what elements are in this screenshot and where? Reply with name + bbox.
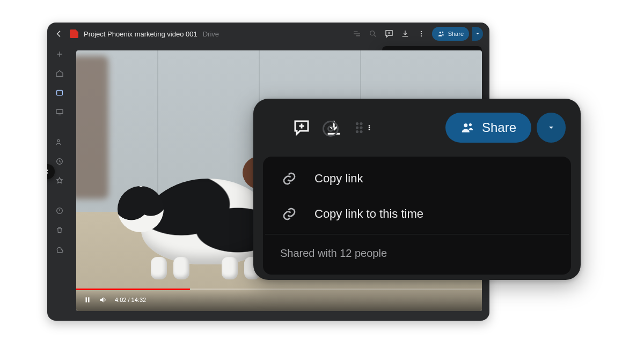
- trash-icon[interactable]: [54, 224, 65, 236]
- share-dropdown-menu: Copy link Copy link to this time Shared …: [263, 157, 571, 275]
- equalizer-icon[interactable]: [352, 28, 362, 39]
- copy-link-time-row[interactable]: Copy link to this time: [265, 196, 569, 232]
- copy-link-row[interactable]: Copy link: [265, 161, 569, 196]
- search-icon[interactable]: [368, 28, 378, 39]
- svg-rect-7: [56, 109, 63, 113]
- left-sidebar: [47, 45, 72, 321]
- titlebar: Project Phoenix marketing video 001 Driv…: [47, 23, 489, 45]
- add-comment-icon[interactable]: [292, 118, 311, 137]
- pause-button[interactable]: [84, 296, 91, 304]
- share-label-small: Share: [448, 31, 464, 37]
- time-display: 4:02 / 14:32: [115, 297, 146, 303]
- copy-link-label: Copy link: [314, 172, 363, 186]
- link-icon: [280, 171, 298, 187]
- overlay-action-row: Share: [253, 99, 581, 153]
- add-icon[interactable]: [54, 48, 65, 60]
- video-controls: 4:02 / 14:32: [76, 289, 482, 311]
- storage-icon[interactable]: [54, 243, 65, 255]
- shared-with-label: Shared with 12 people: [280, 247, 387, 259]
- svg-point-23: [464, 123, 467, 127]
- progress-played: [76, 289, 190, 290]
- add-comment-icon[interactable]: [384, 28, 394, 39]
- back-button[interactable]: [54, 28, 64, 39]
- svg-point-14: [356, 122, 358, 125]
- link-icon: [280, 206, 298, 222]
- svg-point-3: [420, 35, 421, 36]
- share-caret-small[interactable]: [472, 27, 483, 41]
- svg-rect-12: [88, 297, 89, 302]
- video-file-icon: [70, 29, 78, 38]
- svg-rect-6: [57, 90, 63, 95]
- share-button[interactable]: Share: [445, 113, 531, 143]
- drive-icon[interactable]: [54, 87, 65, 99]
- svg-point-15: [360, 122, 362, 125]
- spam-icon[interactable]: [54, 205, 65, 217]
- volume-button[interactable]: [99, 295, 107, 304]
- svg-point-24: [469, 123, 472, 126]
- share-caret[interactable]: [537, 113, 566, 143]
- svg-point-19: [360, 130, 362, 133]
- svg-point-13: [324, 122, 338, 136]
- share-button-small[interactable]: Share: [432, 27, 469, 41]
- svg-point-17: [360, 126, 362, 129]
- shared-with-row[interactable]: Shared with 12 people: [265, 237, 569, 272]
- more-icon[interactable]: [416, 28, 427, 39]
- file-context: Drive: [203, 30, 219, 38]
- svg-point-16: [356, 126, 358, 129]
- svg-point-0: [370, 31, 374, 35]
- share-toolbar-enlarged: Share Copy link Copy link to this time S…: [253, 99, 581, 280]
- computers-icon[interactable]: [54, 106, 65, 118]
- download-icon[interactable]: [324, 118, 343, 137]
- more-icon[interactable]: [356, 118, 372, 137]
- share-label: Share: [482, 120, 516, 135]
- svg-point-5: [442, 32, 443, 33]
- svg-point-1: [420, 31, 421, 32]
- file-title: Project Phoenix marketing video 001: [84, 30, 197, 38]
- home-icon[interactable]: [54, 68, 65, 79]
- svg-point-4: [439, 32, 441, 34]
- svg-point-2: [420, 33, 421, 34]
- svg-point-8: [57, 139, 60, 142]
- recent-icon[interactable]: [54, 156, 65, 167]
- starred-icon[interactable]: [54, 175, 65, 187]
- svg-rect-11: [86, 297, 87, 302]
- progress-bar[interactable]: [76, 289, 482, 290]
- download-icon[interactable]: [400, 28, 411, 39]
- svg-point-18: [356, 130, 358, 133]
- shared-icon[interactable]: [54, 136, 65, 148]
- copy-link-time-label: Copy link to this time: [314, 207, 423, 221]
